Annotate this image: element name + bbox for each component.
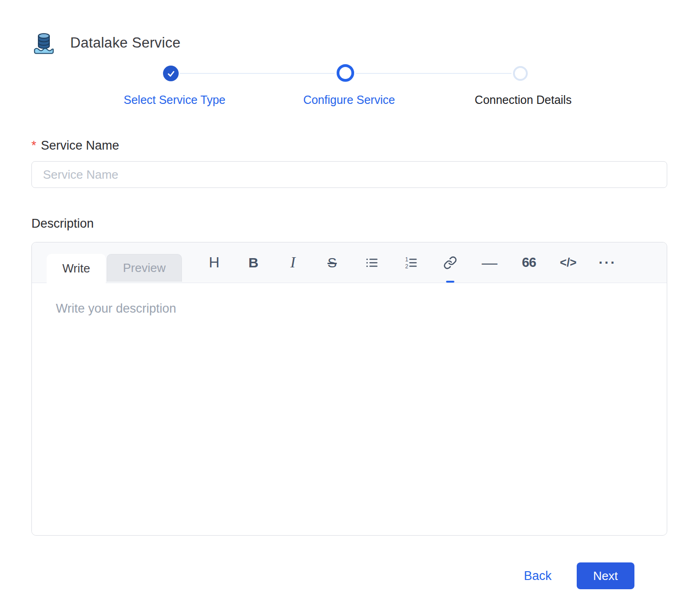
datalake-icon	[31, 30, 56, 55]
stepper-connector	[356, 73, 512, 74]
next-button[interactable]: Next	[577, 562, 634, 589]
service-name-label-text: Service Name	[41, 139, 120, 152]
page-title: Datalake Service	[70, 35, 181, 51]
wizard-footer: Back Next	[31, 562, 667, 589]
editor-tabs: Write Preview	[47, 254, 182, 283]
configure-service-form: *Service Name Description Write Preview …	[0, 139, 700, 589]
description-label: Description	[31, 217, 667, 231]
code-icon[interactable]: </>	[557, 252, 579, 274]
description-textarea[interactable]	[32, 283, 667, 535]
description-editor: Write Preview H B I S	[31, 242, 667, 536]
service-name-input[interactable]	[31, 161, 667, 188]
wizard-stepper: Select Service Type Configure Service Co…	[0, 58, 700, 119]
link-tool-indicator	[446, 281, 454, 283]
step-label-configure-service[interactable]: Configure Service	[303, 93, 395, 107]
check-icon	[167, 70, 175, 78]
bold-icon[interactable]: B	[242, 252, 265, 274]
more-options-icon[interactable]: ···	[597, 252, 619, 274]
heading-icon[interactable]: H	[203, 252, 225, 274]
tab-write[interactable]: Write	[47, 254, 106, 283]
step-label-connection-details[interactable]: Connection Details	[475, 93, 572, 107]
svg-text:1: 1	[405, 256, 408, 262]
step-circle-connection-details[interactable]	[513, 66, 528, 81]
step-label-select-service-type[interactable]: Select Service Type	[124, 93, 225, 107]
quote-icon[interactable]: 66	[518, 252, 540, 274]
page-header: Datalake Service	[0, 0, 700, 56]
step-circle-select-service-type[interactable]	[163, 66, 179, 81]
editor-tools: H B I S	[203, 242, 619, 283]
link-icon[interactable]	[439, 252, 461, 274]
editor-toolbar: Write Preview H B I S	[32, 242, 667, 283]
required-asterisk: *	[31, 139, 36, 152]
horizontal-rule-icon[interactable]: —	[478, 252, 501, 274]
editor-write-area	[32, 283, 667, 535]
tab-preview[interactable]: Preview	[107, 254, 181, 282]
svg-text:2: 2	[405, 263, 408, 269]
bullet-list-icon[interactable]	[361, 252, 383, 274]
back-button[interactable]: Back	[524, 569, 552, 583]
step-circle-configure-service[interactable]	[337, 64, 354, 82]
italic-icon[interactable]: I	[282, 252, 304, 274]
numbered-list-icon[interactable]: 1 2	[400, 252, 422, 274]
service-name-label: *Service Name	[31, 139, 667, 153]
strikethrough-icon[interactable]: S	[321, 252, 343, 274]
stepper-connector	[180, 73, 335, 74]
